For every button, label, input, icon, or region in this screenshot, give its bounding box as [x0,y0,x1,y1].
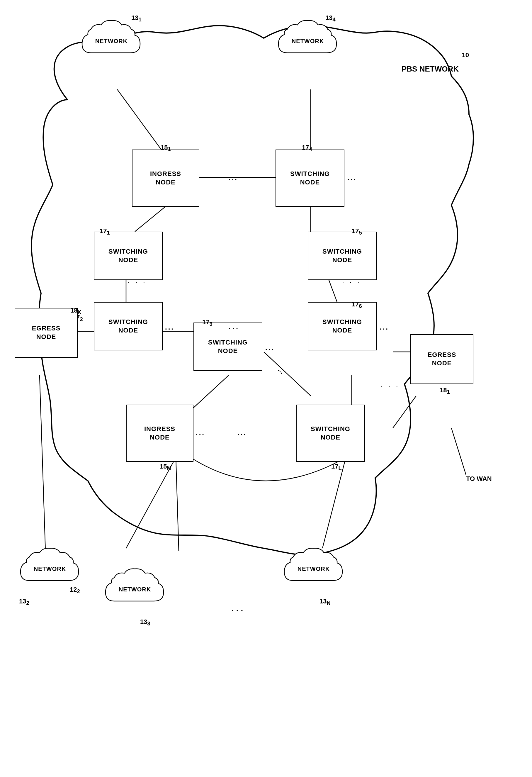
ingress-M-ref: 15M [160,463,171,471]
ellipsis-r6: ... [380,323,389,331]
dots-v5: ··· [340,282,362,285]
network-3-ref: 133 [140,618,150,627]
switching-node-4: SWITCHINGNODE [276,149,345,207]
switching-node-3: SWITCHINGNODE [193,323,262,371]
network-2-ref-b: 132 [19,597,29,606]
switching-L-ref: 17L [331,463,342,471]
switching-node-5: SWITCHINGNODE [308,232,377,280]
svg-line-3 [135,205,167,232]
network-1-ref: 131 [131,14,142,23]
pbs-ref: 10 [462,51,469,59]
network-2-label: NETWORK [34,565,66,573]
ellipsis-bottom: ... [232,604,245,614]
egress-1-ref: 181 [440,386,450,395]
pbs-network-label: PBS NETWORK [402,65,459,74]
svg-line-7 [190,375,229,411]
switching-6-ref: 176 [352,301,362,309]
dots-v1: ··· [125,282,148,285]
egress-K-ref: 18K [71,307,82,316]
ellipsis-mid: ... [229,323,240,331]
ellipsis-r2: ... [165,323,174,331]
switching-5-ref: 175 [352,227,362,236]
svg-line-18 [451,428,466,475]
network-3-label: NETWORK [119,585,151,593]
svg-line-10 [328,279,337,302]
switching-node-2: SWITCHINGNODE [94,302,163,350]
switching-node-1: SWITCHINGNODE [94,232,163,280]
diagram-container: PBS NETWORK 10 NETWORK 131 NETWORK 134 N… [0,0,532,777]
ellipsis-mid2: ... [237,429,247,437]
svg-line-13 [393,396,416,428]
svg-line-14 [39,375,45,551]
network-4-label: NETWORK [292,37,324,45]
ingress-1-ref: 151 [161,144,171,152]
network-cloud-N: NETWORK [281,542,346,595]
network-N-ref: 13N [319,597,330,606]
ellipsis-r3: ... [265,344,275,352]
svg-line-16 [176,457,179,551]
network-cloud-3: NETWORK [103,563,167,616]
network-1-label: NETWORK [95,37,128,45]
switching-4-ref: 174 [302,144,312,152]
ellipsis-h1: ... [229,174,238,182]
switching-3-ref: 173 [202,318,213,327]
egress-node-K: EGRESSNODE [15,308,78,358]
egress-node-1: EGRESSNODE [410,334,474,384]
ingress-node-M: INGRESSNODE [126,405,193,462]
switching-node-6: SWITCHINGNODE [308,302,377,350]
switching-node-L: SWITCHINGNODE [296,405,365,462]
svg-line-8 [264,352,311,396]
ellipsis-r4: ... [347,174,357,182]
ingress-node-1: INGRESSNODE [132,149,199,207]
switching-1-ref: 171 [100,227,110,236]
network-4-ref: 134 [325,14,336,23]
to-wan-label: TO WAN [466,475,492,483]
network-2-ref: 122 [70,586,80,595]
svg-line-0 [117,89,161,149]
ellipsis-diag: ... [276,366,286,375]
network-N-label: NETWORK [297,565,330,573]
connection-lines [0,0,532,777]
dots-v6: ··· [378,386,401,390]
ellipsis-rM: ... [196,429,205,437]
